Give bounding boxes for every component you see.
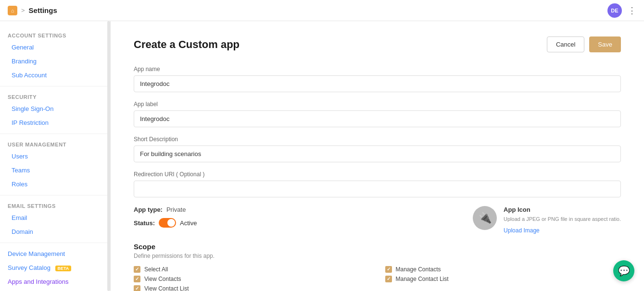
scope-checkbox-manage-contact-list[interactable] (385, 276, 392, 282)
sidebar-item-teams[interactable]: Teams (0, 163, 110, 177)
scope-label-select-all: Select All (144, 266, 168, 273)
status-row: Status: Active (134, 218, 457, 228)
sidebar-item-subaccount[interactable]: Sub Account (0, 68, 110, 82)
scope-item-select-all: Select All (134, 266, 370, 273)
app-icon-placeholder: 🔌 (473, 206, 497, 230)
more-options-icon[interactable]: ⋮ (628, 5, 636, 16)
redirect-uri-input[interactable] (134, 181, 621, 197)
security-section-label: SECURITY (0, 90, 110, 102)
breadcrumb-separator: > (21, 7, 25, 14)
create-custom-app-title: Create a Custom app (134, 38, 240, 51)
topnav-right: DE ⋮ (607, 3, 636, 18)
short-desc-group: Short Description (134, 136, 621, 162)
avatar[interactable]: DE (607, 3, 622, 18)
sidebar-item-domain[interactable]: Domain (0, 225, 110, 239)
sidebar-item-roles[interactable]: Roles (0, 177, 110, 191)
app-meta-section: App type: Private Status: Active (134, 206, 457, 232)
status-toggle[interactable] (159, 218, 176, 228)
upload-image-link[interactable]: Upload Image (504, 227, 540, 234)
scope-grid: Select All Manage Contacts View Contacts… (134, 266, 621, 291)
plug-icon: 🔌 (479, 212, 492, 224)
short-desc-input[interactable] (134, 146, 621, 162)
scope-label-view-contact-list: View Contact List (144, 285, 189, 291)
sidebar-item-email[interactable]: Email (0, 211, 110, 225)
page-header: Create a Custom app Cancel Save (134, 36, 621, 52)
scope-section: Scope Define permissions for this app. S… (134, 242, 621, 291)
app-type-value: Private (166, 206, 186, 213)
home-icon[interactable]: ⌂ (8, 6, 17, 15)
user-management-section-label: USER MANAGEMENT (0, 138, 110, 149)
sidebar-divider-1 (0, 86, 110, 86)
sidebar-item-branding[interactable]: Branding (0, 54, 110, 68)
breadcrumb: ⌂ > Settings (8, 6, 57, 15)
sidebar: ACCOUNT SETTINGS General Branding Sub Ac… (0, 21, 111, 291)
app-label-group: App label (134, 101, 621, 127)
scope-checkbox-view-contacts[interactable] (134, 276, 140, 282)
sidebar-divider-2 (0, 133, 110, 134)
sidebar-item-users[interactable]: Users (0, 149, 110, 163)
scope-item-manage-contact-list: Manage Contact List (385, 276, 621, 282)
app-name-input[interactable] (134, 75, 621, 92)
cancel-button[interactable]: Cancel (547, 36, 584, 52)
app-label-input[interactable] (134, 110, 621, 127)
sidebar-divider-3 (0, 195, 110, 195)
app-icon-desc: Upload a JPEG or PNG file in square aspe… (504, 215, 621, 223)
beta-badge: BETA (55, 266, 72, 271)
app-name-group: App name (134, 66, 621, 92)
scope-item-view-contacts: View Contacts (134, 276, 370, 282)
sidebar-item-device-management[interactable]: Device Management (0, 247, 110, 261)
sidebar-item-sso[interactable]: Single Sign-On (0, 102, 110, 116)
scope-item-view-contact-list: View Contact List (134, 285, 370, 291)
status-toggle-wrap: Active (159, 218, 197, 228)
page-title: Settings (29, 6, 57, 14)
scope-label-manage-contact-list: Manage Contact List (396, 276, 449, 282)
app-type-label: App type: (134, 206, 163, 213)
header-actions: Cancel Save (547, 36, 621, 52)
scope-item-manage-contacts: Manage Contacts (385, 266, 621, 273)
chat-bubble[interactable]: 💬 (613, 260, 634, 281)
redirect-uri-label: Redirection URI ( Optional ) (134, 171, 621, 178)
account-settings-section-label: ACCOUNT SETTINGS (0, 29, 110, 40)
sidebar-item-ip-restriction[interactable]: IP Restriction (0, 116, 110, 130)
status-label: Status: (134, 219, 155, 227)
two-col-section: App type: Private Status: Active 🔌 (134, 206, 621, 234)
status-active-label: Active (180, 219, 197, 227)
save-button[interactable]: Save (589, 36, 621, 52)
app-icon-title: App Icon (504, 206, 621, 213)
sidebar-item-general[interactable]: General (0, 40, 110, 54)
scope-label-manage-contacts: Manage Contacts (396, 266, 441, 273)
chat-bubble-icon: 💬 (618, 265, 630, 277)
short-desc-label: Short Description (134, 136, 621, 143)
redirect-uri-group: Redirection URI ( Optional ) (134, 171, 621, 197)
email-settings-section-label: EMAIL SETTINGS (0, 199, 110, 211)
scope-desc: Define permissions for this app. (134, 253, 621, 259)
sidebar-item-apps-integrations[interactable]: Apps and Integrations (0, 275, 110, 289)
topnav: ⌂ > Settings DE ⋮ (0, 0, 644, 21)
app-name-label: App name (134, 66, 621, 73)
app-icon-section: 🔌 App Icon Upload a JPEG or PNG file in … (473, 206, 621, 234)
main-layout: ACCOUNT SETTINGS General Branding Sub Ac… (0, 21, 644, 291)
sidebar-item-survey-catalog[interactable]: Survey Catalog BETA (0, 261, 110, 275)
main-content: Create a Custom app Cancel Save App name… (111, 21, 644, 291)
scope-title: Scope (134, 242, 621, 251)
app-icon-box: 🔌 App Icon Upload a JPEG or PNG file in … (473, 206, 621, 234)
app-icon-info: App Icon Upload a JPEG or PNG file in sq… (504, 206, 621, 234)
app-type-row: App type: Private (134, 206, 457, 213)
scope-checkbox-select-all[interactable] (134, 266, 140, 273)
app-label-label: App label (134, 101, 621, 108)
scope-checkbox-view-contact-list[interactable] (134, 285, 140, 291)
scope-checkbox-manage-contacts[interactable] (385, 266, 392, 273)
scope-label-view-contacts: View Contacts (144, 276, 181, 282)
sidebar-scrollbar[interactable] (107, 21, 110, 291)
sidebar-divider-4 (0, 242, 110, 243)
